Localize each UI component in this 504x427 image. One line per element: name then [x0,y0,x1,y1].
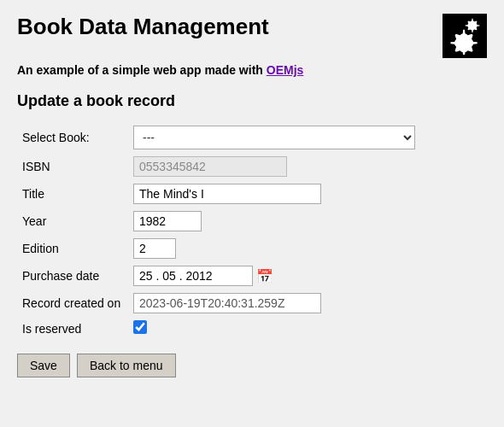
purchase-date-container: 📅 [133,266,482,286]
purchase-date-label: Purchase date [17,262,128,290]
purchase-date-input[interactable] [133,266,253,286]
edition-row: Edition [17,235,487,262]
edition-input[interactable] [133,238,176,259]
title-label: Title [17,180,128,208]
select-book-label: Select Book: [17,122,128,153]
section-title: Update a book record [17,92,487,110]
title-input[interactable] [133,184,321,204]
app-header: Book Data Management [17,14,487,58]
back-to-menu-button[interactable]: Back to menu [77,354,176,377]
save-button[interactable]: Save [17,354,70,377]
is-reserved-label: Is reserved [17,317,128,340]
isbn-row: ISBN 0553345842 [17,153,487,180]
year-row: Year [17,208,487,235]
record-created-label: Record created on [17,290,128,317]
calendar-icon[interactable]: 📅 [256,268,273,284]
book-form: Select Book: --- ISBN 0553345842 Title Y… [17,122,487,340]
year-label: Year [17,208,128,235]
title-row: Title [17,180,487,208]
gear-svg-image [446,17,483,55]
is-reserved-checkbox[interactable] [133,320,147,334]
isbn-value: 0553345842 [133,156,287,177]
purchase-date-row: Purchase date 📅 [17,262,487,290]
app-title: Book Data Management [17,14,269,40]
record-created-input[interactable] [133,293,321,313]
select-book-row: Select Book: --- [17,122,487,153]
is-reserved-row: Is reserved [17,317,487,340]
select-book-dropdown[interactable]: --- [133,126,415,149]
edition-label: Edition [17,235,128,262]
year-input[interactable] [133,211,202,231]
gear-icon [442,14,487,58]
button-row: Save Back to menu [17,354,487,377]
isbn-label: ISBN [17,153,128,180]
oemjs-link[interactable]: OEMjs [267,63,304,77]
record-created-row: Record created on [17,290,487,317]
app-subtitle: An example of a simple web app made with… [17,63,487,77]
